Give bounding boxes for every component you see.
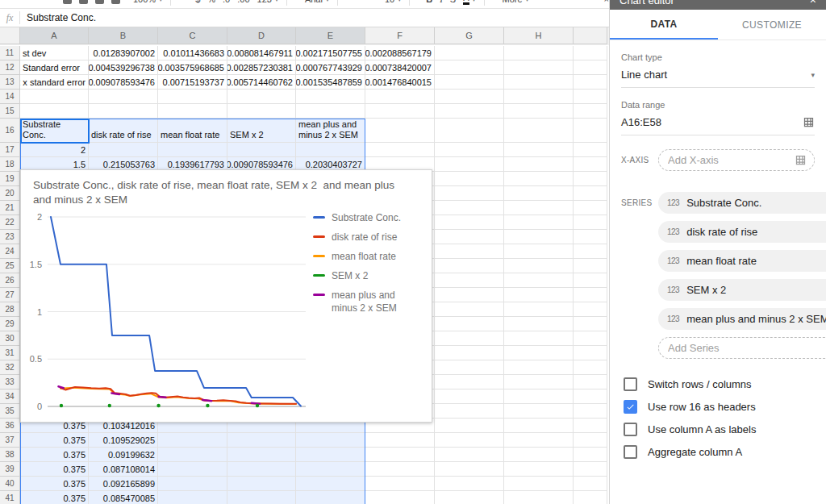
cell-H34[interactable] <box>504 389 574 404</box>
cell-C13[interactable]: 0.00715193737 <box>158 75 227 90</box>
select-range-icon[interactable] <box>803 116 815 128</box>
tab-data[interactable]: DATA <box>610 10 718 40</box>
cell-B39[interactable]: 0.087108014 <box>89 462 158 477</box>
number-format-menu[interactable]: 123▾ <box>257 0 278 4</box>
cell-G19[interactable] <box>435 172 504 186</box>
cell-H15[interactable] <box>504 104 574 119</box>
italic-button[interactable]: I <box>440 0 443 4</box>
cell-H22[interactable] <box>504 215 574 230</box>
cell-H28[interactable] <box>504 302 574 317</box>
cell-H33[interactable] <box>504 375 574 389</box>
cell-B11[interactable]: 0.01283907002 <box>89 46 158 60</box>
zoom-select[interactable]: 100%▾ <box>133 0 162 4</box>
row-header-41[interactable]: 41 <box>0 491 20 504</box>
row-header-25[interactable]: 25 <box>0 259 20 273</box>
cell[interactable] <box>574 360 607 375</box>
cell-H12[interactable] <box>504 60 574 75</box>
strikethrough-button[interactable]: S <box>450 0 456 4</box>
cell[interactable] <box>574 404 607 419</box>
cell-H29[interactable] <box>504 317 574 331</box>
cell-G25[interactable] <box>435 259 504 273</box>
checkbox-checked[interactable] <box>624 400 637 414</box>
cell[interactable] <box>574 288 607 302</box>
cell-C15[interactable] <box>158 104 227 119</box>
print-icon[interactable] <box>63 0 72 4</box>
cell-H31[interactable] <box>504 346 574 360</box>
formula-input[interactable]: Substrate Conc. <box>27 12 96 23</box>
cell-C11[interactable]: 0.01011436683 <box>158 46 227 60</box>
cell-H21[interactable] <box>504 201 574 215</box>
chart-overlay[interactable]: Substrate Conc., disk rate of rise, mean… <box>20 169 432 423</box>
cell-A17[interactable]: 2 <box>20 143 89 157</box>
column-header-D[interactable]: D <box>227 27 296 44</box>
text-color-button[interactable]: A▾ <box>463 0 475 5</box>
row-header-20[interactable]: 20 <box>0 186 20 201</box>
cell-G27[interactable] <box>435 288 504 302</box>
cell-G36[interactable] <box>435 419 504 433</box>
cell-A12[interactable]: Standard error <box>20 60 89 75</box>
add-series-field[interactable]: Add Series <box>658 337 826 359</box>
cell-G26[interactable] <box>435 273 504 288</box>
row-header-27[interactable]: 27 <box>0 288 20 302</box>
select-range-icon[interactable] <box>795 154 807 166</box>
cell-H20[interactable] <box>504 186 574 201</box>
row-header-36[interactable]: 36 <box>0 419 20 433</box>
cell-B16[interactable]: disk rate of rise <box>89 119 158 143</box>
cell-E41[interactable] <box>296 491 365 504</box>
cell-C16[interactable]: mean float rate <box>158 119 227 143</box>
cell-A41[interactable]: 0.375 <box>20 491 89 504</box>
font-select[interactable]: Arial▾ <box>305 0 329 4</box>
cell[interactable] <box>574 244 607 259</box>
redo-icon[interactable] <box>111 0 120 4</box>
cell[interactable] <box>574 317 607 331</box>
tab-customize[interactable]: CUSTOMIZE <box>718 10 826 40</box>
cell-D40[interactable] <box>227 477 296 491</box>
cell-H41[interactable] <box>504 491 574 504</box>
cell-E14[interactable] <box>296 90 365 104</box>
cell-B12[interactable]: 0.004539296738 <box>89 60 158 75</box>
cell-G32[interactable] <box>435 360 504 375</box>
series-pill-2[interactable]: 123disk rate of rise⋮ <box>658 221 826 243</box>
cell-E38[interactable] <box>296 448 365 462</box>
cell[interactable] <box>574 419 607 433</box>
cell-A14[interactable] <box>20 90 89 104</box>
cell-A11[interactable]: st dev <box>20 46 89 60</box>
cell-D37[interactable] <box>227 433 296 448</box>
series-pill-3[interactable]: 123mean float rate⋮ <box>658 250 826 272</box>
more-button[interactable]: More▾ <box>503 0 529 4</box>
cell[interactable] <box>574 104 607 119</box>
row-header-24[interactable]: 24 <box>0 244 20 259</box>
cell-E37[interactable] <box>296 433 365 448</box>
cell-H23[interactable] <box>504 230 574 244</box>
cell-H17[interactable] <box>504 143 574 157</box>
cell-B17[interactable] <box>89 143 158 157</box>
row-header-21[interactable]: 21 <box>0 201 20 215</box>
cell-D11[interactable]: 0.008081467911 <box>227 46 296 60</box>
cell-F15[interactable] <box>365 104 435 119</box>
cell[interactable] <box>574 60 607 75</box>
add-x-axis-field[interactable]: Add X-axis <box>658 149 815 171</box>
column-header-A[interactable]: A <box>20 27 89 44</box>
cell-H18[interactable] <box>504 157 574 172</box>
cell-G33[interactable] <box>435 375 504 389</box>
cell-B13[interactable]: 0.009078593476 <box>89 75 158 90</box>
cell-H14[interactable] <box>504 90 574 104</box>
decrease-decimal-button[interactable]: .0 <box>223 0 230 4</box>
cell-E15[interactable] <box>296 104 365 119</box>
cell-H24[interactable] <box>504 244 574 259</box>
cell[interactable] <box>574 375 607 389</box>
series-pill-1[interactable]: 123Substrate Conc.⋮ <box>658 192 826 214</box>
cell-H19[interactable] <box>504 172 574 186</box>
cell[interactable] <box>574 448 607 462</box>
cell-D15[interactable] <box>227 104 296 119</box>
column-header-E[interactable]: E <box>296 27 365 44</box>
bold-button[interactable]: B <box>426 0 432 4</box>
cell-D14[interactable] <box>227 90 296 104</box>
cell-F11[interactable]: 0.002088567179 <box>365 46 435 60</box>
cell[interactable] <box>574 331 607 346</box>
cell-A39[interactable]: 0.375 <box>20 462 89 477</box>
cell-H35[interactable] <box>504 404 574 419</box>
row-header-22[interactable]: 22 <box>0 215 20 230</box>
cell[interactable] <box>574 46 607 60</box>
row-header-31[interactable]: 31 <box>0 346 20 360</box>
